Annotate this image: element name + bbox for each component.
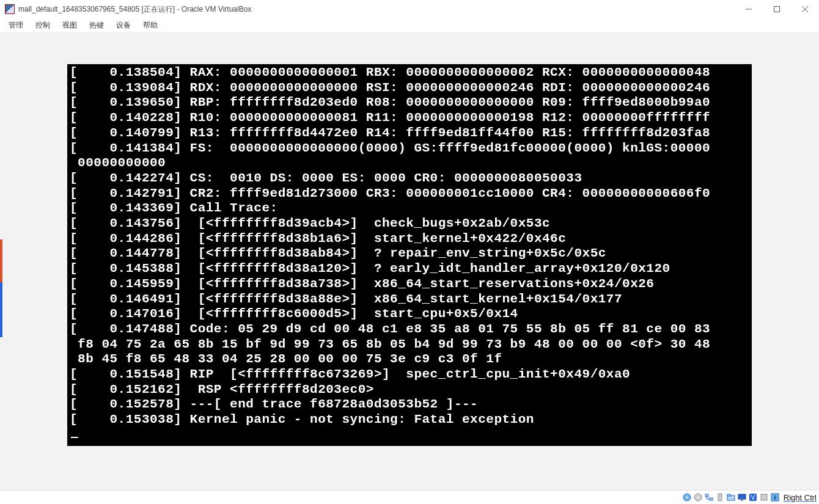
minimize-button[interactable] xyxy=(735,0,763,18)
window-title: mall_default_1648353067965_54805 [正在运行] … xyxy=(18,4,251,15)
svg-text:V: V xyxy=(751,494,755,501)
minimize-icon xyxy=(746,6,752,12)
virtualbox-window: mall_default_1648353067965_54805 [正在运行] … xyxy=(0,0,819,504)
display-icon[interactable] xyxy=(737,492,747,502)
hostkey-indicator[interactable]: Right Ctrl xyxy=(784,493,817,502)
menu-devices[interactable]: 设备 xyxy=(111,19,136,32)
background-window-sliver xyxy=(0,239,2,337)
maximize-icon xyxy=(774,6,780,12)
optical-disk-icon[interactable] xyxy=(693,492,703,502)
svg-rect-10 xyxy=(718,494,722,501)
svg-rect-14 xyxy=(741,500,743,501)
statusbar: V Right Ctrl xyxy=(0,490,819,504)
close-icon xyxy=(802,6,808,12)
svg-point-5 xyxy=(686,497,688,499)
network-icon[interactable] xyxy=(704,492,714,502)
svg-rect-9 xyxy=(710,498,713,500)
vm-display-area[interactable]: [ 0.138504] RAX: 0000000000000001 RBX: 0… xyxy=(0,32,819,490)
titlebar: mall_default_1648353067965_54805 [正在运行] … xyxy=(0,0,819,18)
maximize-button[interactable] xyxy=(763,0,791,18)
menu-help[interactable]: 帮助 xyxy=(138,19,163,32)
virtualbox-app-icon xyxy=(5,4,15,14)
shared-folder-icon[interactable] xyxy=(726,492,736,502)
close-button[interactable] xyxy=(791,0,819,18)
vm-console[interactable]: [ 0.138504] RAX: 0000000000000001 RBX: 0… xyxy=(67,64,752,446)
svg-rect-8 xyxy=(705,494,708,497)
menu-hotkey[interactable]: 热键 xyxy=(84,19,109,32)
menu-control[interactable]: 控制 xyxy=(31,19,55,32)
svg-rect-13 xyxy=(738,494,746,499)
usb-icon[interactable] xyxy=(715,492,725,502)
menubar: 管理 控制 视图 热键 设备 帮助 xyxy=(0,18,819,32)
clipboard-icon[interactable] xyxy=(759,492,769,502)
svg-rect-17 xyxy=(761,494,767,500)
svg-point-7 xyxy=(697,497,699,499)
recording-icon[interactable]: V xyxy=(748,492,758,502)
menu-view[interactable]: 视图 xyxy=(57,19,82,32)
svg-rect-1 xyxy=(774,7,780,12)
mouse-capture-icon[interactable] xyxy=(770,492,780,502)
menu-manage[interactable]: 管理 xyxy=(4,19,28,32)
text-cursor xyxy=(71,437,78,438)
harddisk-icon[interactable] xyxy=(682,492,692,502)
svg-rect-12 xyxy=(727,494,730,496)
